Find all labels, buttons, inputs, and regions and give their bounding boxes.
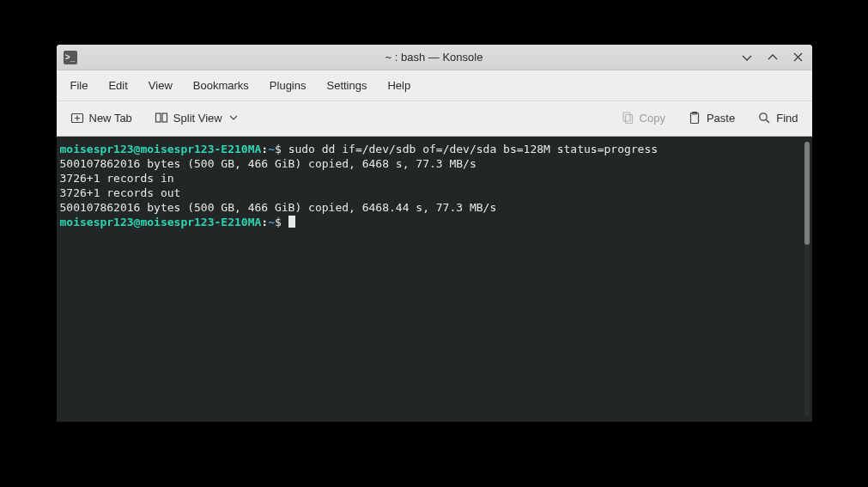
prompt-symbol: $ [275, 143, 282, 155]
split-view-button[interactable]: Split View [148, 107, 245, 129]
paste-icon [688, 111, 701, 125]
output-line-3: 3726+1 records out [60, 186, 181, 199]
prompt-separator-2: : [261, 216, 268, 228]
output-line-1: 500107862016 bytes (500 GB, 466 GiB) cop… [60, 157, 476, 170]
maximize-button[interactable] [766, 51, 780, 64]
prompt-symbol-2: $ [275, 216, 282, 228]
menu-help[interactable]: Help [379, 76, 419, 95]
minimize-button[interactable] [740, 51, 754, 64]
scrollbar-thumb[interactable] [804, 142, 810, 245]
output-line-4: 500107862016 bytes (500 GB, 466 GiB) cop… [60, 201, 497, 214]
menu-file[interactable]: File [62, 76, 97, 95]
new-tab-icon [70, 111, 84, 125]
new-tab-button[interactable]: New Tab [64, 107, 139, 129]
find-button[interactable]: Find [750, 107, 804, 129]
split-view-label: Split View [173, 112, 222, 125]
new-tab-label: New Tab [89, 112, 132, 125]
menu-plugins[interactable]: Plugins [261, 76, 315, 95]
window-title: ~ : bash — Konsole [385, 51, 483, 64]
menu-edit[interactable]: Edit [100, 76, 136, 95]
paste-label: Paste [707, 112, 735, 125]
scrollbar[interactable] [804, 142, 810, 417]
terminal-area[interactable]: moisespr123@moisespr123-E210MA:~$ sudo d… [57, 137, 812, 422]
copy-label: Copy [640, 112, 665, 125]
svg-rect-3 [623, 113, 630, 121]
menu-settings[interactable]: Settings [318, 76, 375, 95]
output-line-2: 3726+1 records in [60, 172, 174, 185]
terminal-content[interactable]: moisespr123@moisespr123-E210MA:~$ sudo d… [57, 137, 812, 238]
chevron-down-icon [229, 113, 238, 122]
prompt-user-host-2: moisespr123@moisespr123-E210MA [60, 216, 262, 228]
copy-button[interactable]: Copy [614, 107, 672, 129]
menubar: File Edit View Bookmarks Plugins Setting… [57, 70, 812, 101]
prompt-user-host: moisespr123@moisespr123-E210MA [60, 143, 262, 155]
copy-icon [621, 111, 634, 125]
window-controls [740, 51, 805, 64]
titlebar[interactable]: >_ ~ : bash — Konsole [57, 45, 812, 70]
prompt-path-2: ~ [268, 216, 275, 228]
paste-button[interactable]: Paste [681, 107, 742, 129]
toolbar: New Tab Split View Copy Paste [57, 101, 812, 137]
menu-bookmarks[interactable]: Bookmarks [185, 76, 258, 95]
find-label: Find [776, 112, 798, 125]
split-view-icon [155, 111, 168, 125]
svg-rect-4 [625, 115, 632, 124]
command-line-1: sudo dd if=/dev/sdb of=/dev/sda bs=128M … [288, 143, 658, 155]
prompt-separator: : [261, 143, 268, 155]
konsole-window: >_ ~ : bash — Konsole File Edit View Boo… [57, 45, 812, 422]
menu-view[interactable]: View [140, 76, 181, 95]
app-icon: >_ [64, 51, 77, 64]
svg-point-7 [760, 113, 767, 120]
terminal-cursor [288, 216, 295, 228]
svg-rect-2 [162, 113, 167, 122]
close-button[interactable] [792, 51, 805, 64]
svg-rect-1 [155, 113, 161, 122]
prompt-path: ~ [268, 143, 275, 155]
find-icon [757, 111, 771, 125]
